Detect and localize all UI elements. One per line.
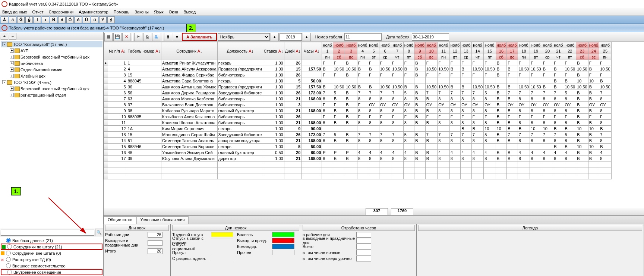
table-row[interactable]: ▸11Ахметов Ринат Жумасултанпекарь1.0026Г… [104, 60, 612, 66]
tb-cut[interactable]: ✂ [134, 33, 142, 41]
charbar: ÁáǴǵIıŃńÓóÚúÝý [0, 16, 644, 24]
char-button[interactable]: Á [1, 16, 8, 23]
radio-comb-ext[interactable]: Внешнее совместительство [1, 263, 102, 269]
tb-print[interactable]: 🖶 [152, 33, 160, 41]
menu-item[interactable]: Отчет [32, 10, 44, 14]
radio-comb-int[interactable]: Внутреннее совмещение [1, 269, 102, 275]
month-up[interactable]: ▴ [271, 33, 279, 41]
table-row[interactable]: 4888945Ахметова Сара Болатовнапекарь1.00… [104, 78, 612, 84]
menu-item[interactable]: Язык [154, 10, 164, 14]
char-button[interactable]: Ń [50, 16, 57, 23]
char-button[interactable]: Ý [99, 16, 107, 23]
marker-2: 2. [186, 24, 196, 32]
tree-node[interactable]: +регистрационный отдел [1, 92, 102, 98]
table-row[interactable]: 121АКим Морис Сергеевичпекарь1.00990.00В… [104, 126, 612, 132]
tree-node[interactable]: +Библиотека [1, 60, 102, 66]
table-row[interactable]: 536Ашимова Алтыншаш ЖумасПродавец (предп… [104, 84, 612, 90]
menubar: Ввод данныхОтчетСправочникиАдминистратор… [0, 8, 644, 16]
tree-node[interactable]: -ТОО "КГЭЭ" (4 чел.) [1, 79, 102, 85]
menu-item[interactable]: Справочники [49, 10, 74, 14]
tab-legend[interactable]: Условные обозначения [136, 216, 189, 224]
radio-term[interactable]: ✕Расторгнутые ТД (0) [1, 256, 102, 263]
menu-item[interactable]: Законы [135, 10, 149, 14]
menu-item[interactable]: Окна [169, 10, 179, 14]
table-row[interactable]: 656Ашимова Дарига РашидовнЗаведующий биб… [104, 90, 612, 96]
num-input[interactable] [344, 33, 382, 41]
char-button[interactable]: ý [107, 16, 115, 23]
menu-item[interactable]: Ввод данных [2, 10, 27, 14]
char-button[interactable]: Ú [83, 16, 90, 23]
main-toolbar: ▦ 💾 ✕ ✂ ⎘ 🖶 🖩 ▼ А Заполнить Ноябрь ▴ ▴ Н… [104, 32, 644, 42]
sidebar: + − -ТОО "Kostanaysoft" (17 чел.)+АУП+Бе… [0, 32, 104, 276]
tab-totals[interactable]: Общие итоги [104, 216, 137, 224]
subwindow-title: Табель учета рабочего времени (вся база … [9, 26, 164, 30]
table-row[interactable]: 11Калиева Шолпан Асхатовнабиблиотекарь1.… [104, 120, 612, 126]
table-row[interactable]: 1451Семенчук Татьяна Анатольаппаратчик в… [104, 138, 612, 144]
org-tree[interactable]: -ТОО "Kostanaysoft" (17 чел.)+АУП+Берего… [0, 40, 103, 228]
tb-new[interactable]: ▦ [104, 33, 113, 41]
char-button[interactable]: Ǵ [17, 16, 25, 23]
char-button[interactable]: Ó [66, 16, 74, 23]
sidebar-btn-1[interactable]: + [1, 33, 8, 40]
char-button[interactable]: á [9, 16, 16, 23]
total-days: 307 [366, 208, 388, 215]
tb-copy[interactable]: ⎘ [143, 33, 151, 41]
month-select[interactable]: Ноябрь [218, 33, 270, 41]
char-button[interactable]: ú [91, 16, 98, 23]
table-row[interactable]: 837Балкашева Баян Досетовнбиблиотекарь1.… [104, 102, 612, 108]
timesheet-grid[interactable]: № п/п A↓Табель номер A↓Сотрудник A↓Должн… [104, 42, 644, 208]
sidebar-btn-2[interactable]: − [9, 33, 16, 40]
table-row[interactable]: 1648Ульшибаева Эльмира Сейглавный бухгал… [104, 150, 612, 156]
tb-calc[interactable]: 🖩 [164, 33, 172, 41]
tree-node[interactable]: +АУП [1, 47, 102, 54]
table-row[interactable]: 15888946Семенчук Татьяна Борисовпекарь1.… [104, 144, 612, 150]
search-button[interactable]: 🔍 [95, 229, 103, 236]
sidebar-toolbar: + − [0, 32, 103, 40]
num-label: Номер табеля [315, 35, 342, 39]
table-row[interactable]: 763Ашимова Малика Казбековбиблиотекарь1.… [104, 96, 612, 102]
date-label: Дата табеля [386, 35, 410, 39]
radio-ext[interactable]: Сотрудники вне штата (0) [1, 250, 102, 256]
menu-item[interactable]: Помощь [114, 10, 130, 14]
marker-1: 1. [11, 187, 21, 195]
totals-row: 307 1769 [104, 208, 644, 216]
char-button[interactable]: ǵ [25, 16, 33, 23]
table-row[interactable]: 938Кабасова Гульнара Маратоглавный бухга… [104, 108, 612, 114]
app-icon [1, 1, 7, 7]
total-hours: 1769 [391, 208, 413, 215]
subwindow-icon [1, 25, 7, 31]
tree-node[interactable]: +Береговой насосный турбинный цех [1, 85, 102, 92]
tb-save[interactable]: 💾 [113, 33, 121, 41]
tb-filter[interactable]: ▼ [173, 33, 181, 41]
tree-node[interactable]: +Хлебный цех [1, 73, 102, 79]
titlebar: Кадровый учет ver.6.0.347.23112019 ТОО «… [0, 0, 644, 8]
app-title: Кадровый учет ver.6.0.347.23112019 ТОО «… [9, 2, 118, 6]
char-button[interactable]: I [34, 16, 41, 23]
radio-all[interactable]: Вся база данных (21) [1, 237, 102, 244]
date-input[interactable] [412, 33, 449, 41]
char-button[interactable]: ı [42, 16, 49, 23]
year-input[interactable] [280, 33, 302, 41]
char-button[interactable]: ń [58, 16, 66, 23]
table-row[interactable]: 24Ахметова Айсулу АскаровнаПродавец (пре… [104, 66, 612, 72]
table-row[interactable]: 1739Юсупова Алина Джумагалидиректор1.002… [104, 156, 612, 161]
search-input[interactable] [1, 229, 94, 236]
bottom-tabs: Общие итоги Условные обозначения [104, 216, 644, 224]
menu-item[interactable]: Администратор [79, 10, 108, 14]
tree-node[interactable]: +Отдел бытовой химии [1, 66, 102, 73]
sidebar-search: 🔍 [0, 228, 103, 236]
tb-del[interactable]: ✕ [122, 33, 130, 41]
legend-panel: Дни явок Рабочие дни26 Выходные и праздн… [104, 224, 644, 276]
radio-staff[interactable]: Сотрудники по штату (21) [1, 244, 102, 250]
table-row[interactable]: 10888935Казыбаева Алия Клышевнабиблиотек… [104, 114, 612, 120]
table-row[interactable]: 315Ахметова Жадра Серикбаебиблиотекарь1.… [104, 72, 612, 78]
char-button[interactable]: ó [75, 16, 82, 23]
subwindow-titlebar: Табель учета рабочего времени (вся база … [0, 24, 644, 32]
menu-item[interactable]: Выход [183, 10, 196, 14]
year-spin[interactable]: ▴ [303, 33, 311, 41]
tree-node[interactable]: -ТОО "Kostanaysoft" (17 чел.) [1, 41, 102, 47]
tree-node[interactable]: +Береговой насосный турбинный цех [1, 54, 102, 60]
table-row[interactable]: 1315Малгельдинов Серик ШаймЗаведующий би… [104, 132, 612, 138]
fill-button[interactable]: А Заполнить [182, 33, 217, 41]
